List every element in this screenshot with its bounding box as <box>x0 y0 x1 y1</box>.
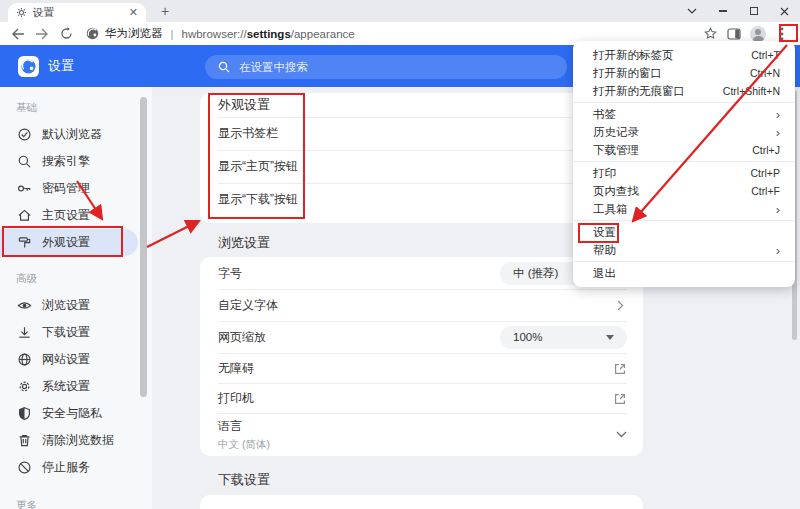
menu-item-history[interactable]: 历史记录› <box>573 123 795 141</box>
sidebar-item-appearance[interactable]: 外观设置 <box>0 229 138 256</box>
app-logo-icon <box>18 56 39 77</box>
tab-search-chevron-icon[interactable] <box>676 0 707 22</box>
minimize-button[interactable] <box>707 0 738 22</box>
shortcut-label: Ctrl+N <box>750 67 780 79</box>
sidebar-item-label: 清除浏览数据 <box>42 432 114 449</box>
row-accessibility[interactable]: 无障碍 <box>200 353 643 383</box>
row-label: 打印机 <box>218 390 254 407</box>
appearance-icon <box>17 235 32 250</box>
menu-item-new-window[interactable]: 打开新的窗口Ctrl+N <box>573 64 795 82</box>
key-icon <box>17 181 32 196</box>
menu-item-find-in-page[interactable]: 页内查找Ctrl+F <box>573 182 795 200</box>
sidebar-section-basic: 基础 <box>16 101 152 115</box>
close-button[interactable] <box>769 0 800 22</box>
menu-separator <box>573 261 795 262</box>
tab-title: 设置 <box>33 6 123 20</box>
sidebar-item-label: 外观设置 <box>42 234 90 251</box>
row-custom-font[interactable]: 自定义字体 <box>200 289 643 321</box>
sidebar-item-label: 网站设置 <box>42 351 90 368</box>
browser-menu: 打开新的标签页Ctrl+T 打开新的窗口Ctrl+N 打开新的无痕窗口Ctrl+… <box>573 41 795 287</box>
search-placeholder: 在设置中搜索 <box>239 60 308 75</box>
shield-icon <box>17 406 32 421</box>
sidebar-item-stop-service[interactable]: 停止服务 <box>0 454 138 481</box>
submenu-arrow-icon: › <box>776 108 780 121</box>
sidebar-item-label: 停止服务 <box>42 459 90 476</box>
search-icon <box>218 61 230 73</box>
forward-button[interactable] <box>30 24 54 44</box>
default-browser-icon <box>17 127 32 142</box>
download-card <box>200 495 643 509</box>
url-brand: 华为浏览器 <box>105 26 163 41</box>
row-label: 字号 <box>218 265 242 282</box>
shortcut-label: Ctrl+J <box>752 144 780 156</box>
trash-icon <box>17 433 32 448</box>
download-section-title: 下载设置 <box>218 472 800 487</box>
tab-settings[interactable]: 设置 ✕ <box>8 3 146 22</box>
sidebar-item-download[interactable]: 下载设置 <box>0 319 138 346</box>
new-tab-button[interactable]: + <box>156 2 174 20</box>
download-icon <box>17 325 32 340</box>
sidebar-item-homepage[interactable]: 主页设置 <box>0 202 138 229</box>
external-link-icon <box>614 392 627 405</box>
browser-window: 设置 ✕ + 华为浏览器 | hwbrowser://settings/appe… <box>0 0 800 509</box>
shortcut-label: Ctrl+P <box>751 167 780 179</box>
maximize-button[interactable] <box>738 0 769 22</box>
gear-icon <box>17 379 32 394</box>
reload-button[interactable] <box>54 24 78 44</box>
menu-separator <box>573 220 795 221</box>
sidebar-item-label: 安全与隐私 <box>42 405 102 422</box>
sidebar-item-security-privacy[interactable]: 安全与隐私 <box>0 400 138 427</box>
row-label: 网页缩放 <box>218 329 266 346</box>
row-label: 显示“下载”按钮 <box>218 191 298 208</box>
menu-item-print[interactable]: 打印Ctrl+P <box>573 164 795 182</box>
sidebar-item-browsing[interactable]: 浏览设置 <box>0 292 138 319</box>
sidebar-scrollbar[interactable] <box>140 97 147 397</box>
sidebar-item-site-settings[interactable]: 网站设置 <box>0 346 138 373</box>
menu-item-toolbox[interactable]: 工具箱› <box>573 200 795 218</box>
menu-item-bookmarks[interactable]: 书签› <box>573 105 795 123</box>
sidebar-item-clear-data[interactable]: 清除浏览数据 <box>0 427 138 454</box>
url-text: hwbrowser://settings/appearance <box>182 28 355 40</box>
menu-separator <box>573 102 795 103</box>
row-language[interactable]: 语言 中文 (简体) <box>200 413 643 456</box>
menu-item-exit[interactable]: 退出 <box>573 264 795 282</box>
sidebar-item-label: 默认浏览器 <box>42 126 102 143</box>
sidebar-item-label: 下载设置 <box>42 324 90 341</box>
menu-item-new-incognito-window[interactable]: 打开新的无痕窗口Ctrl+Shift+N <box>573 82 795 100</box>
sidebar-item-default-browser[interactable]: 默认浏览器 <box>0 121 138 148</box>
sidebar-item-system[interactable]: 系统设置 <box>0 373 138 400</box>
block-icon <box>17 460 32 475</box>
page-zoom-select[interactable]: 100% <box>500 326 627 349</box>
menu-item-downloads[interactable]: 下载管理Ctrl+J <box>573 141 795 159</box>
menu-separator <box>573 161 795 162</box>
tab-strip: 设置 ✕ + <box>0 0 800 22</box>
sidebar-item-search-engine[interactable]: 搜索引擎 <box>0 148 138 175</box>
menu-item-help[interactable]: 帮助› <box>573 241 795 259</box>
row-page-zoom[interactable]: 网页缩放 100% <box>200 321 643 353</box>
row-printer[interactable]: 打印机 <box>200 383 643 413</box>
gear-icon <box>16 7 27 18</box>
search-engine-icon <box>17 154 32 169</box>
sidebar-item-label: 系统设置 <box>42 378 90 395</box>
settings-search-input[interactable]: 在设置中搜索 <box>205 55 567 79</box>
menu-item-new-tab[interactable]: 打开新的标签页Ctrl+T <box>573 46 795 64</box>
back-button[interactable] <box>6 24 30 44</box>
tab-close-icon[interactable]: ✕ <box>129 7 138 18</box>
globe-grid-icon <box>17 352 32 367</box>
eye-icon <box>17 298 32 313</box>
browsing-card: 字号 中 (推荐) 自定义字体 网页缩放 100% 无障碍 打印机 <box>200 257 643 456</box>
chevron-right-icon <box>617 300 624 311</box>
settings-sidebar: 基础 默认浏览器 搜索引擎 密码管理 主页设置 外观设置 高级 <box>0 87 152 509</box>
url-bar[interactable]: 华为浏览器 | hwbrowser://settings/appearance <box>86 26 355 41</box>
window-controls <box>676 0 800 22</box>
page-title: 设置 <box>48 57 74 75</box>
submenu-arrow-icon: › <box>776 244 780 257</box>
row-label: 无障碍 <box>218 360 254 377</box>
menu-item-settings[interactable]: 设置 <box>573 223 795 241</box>
sidebar-item-label: 搜索引擎 <box>42 153 90 170</box>
sidebar-item-label: 浏览设置 <box>42 297 90 314</box>
row-label: 显示书签栏 <box>218 125 278 142</box>
submenu-arrow-icon: › <box>776 203 780 216</box>
sidebar-item-password-manager[interactable]: 密码管理 <box>0 175 138 202</box>
language-current-value: 中文 (简体) <box>218 438 270 452</box>
